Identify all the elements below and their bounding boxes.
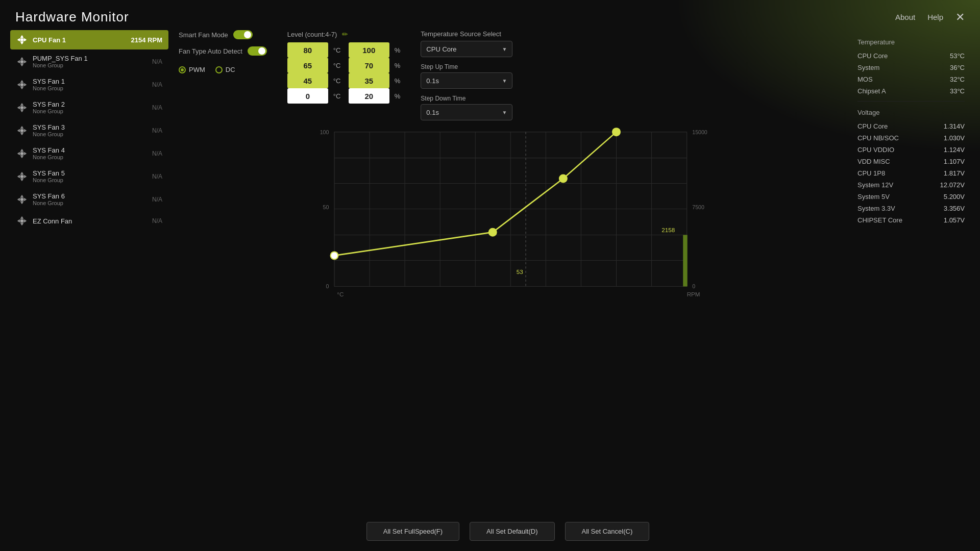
svg-text:53: 53 [517, 268, 523, 275]
smart-fan-mode-group: Smart Fan Mode [179, 30, 267, 39]
sidebar-item-cpu-fan-1[interactable]: CPU Fan 12154 RPM [10, 30, 168, 49]
fan-icon [16, 148, 28, 159]
fan-name: SYS Fan 3 [33, 123, 142, 131]
voltage-name-8: CHIPSET Core [857, 216, 902, 224]
fan-na: N/A [147, 173, 162, 180]
close-button[interactable]: ✕ [955, 12, 965, 23]
temp-source-arrow: ▼ [502, 46, 507, 52]
celsius-label-1: °C [333, 62, 344, 69]
fan-na: N/A [147, 81, 162, 88]
smart-fan-mode-toggle[interactable] [233, 30, 253, 39]
sidebar-item-sys-fan-6[interactable]: SYS Fan 6None GroupN/A [10, 188, 168, 210]
fan-na: N/A [147, 104, 162, 111]
chart-container: 100 50 0 15000 7500 0 53 2158 [179, 127, 837, 514]
fan-type-label: Fan Type Auto Detect [179, 47, 242, 55]
mode-row: PWM DC [179, 66, 267, 73]
temp-name-2: MOS [857, 76, 873, 83]
step-up-arrow: ▼ [502, 78, 507, 84]
divider [857, 101, 965, 102]
fan-sub: None Group [33, 85, 142, 91]
fan-icon [16, 215, 28, 227]
pwm-option[interactable]: PWM [179, 66, 205, 73]
fan-info: EZ Conn Fan [33, 217, 142, 225]
level-row-1: °C% [287, 58, 401, 73]
pct-input-3[interactable] [349, 88, 389, 104]
celsius-label-0: °C [333, 46, 344, 54]
voltage-value-7: 3.356V [944, 205, 965, 212]
level-title: Level (count:4-7) [287, 31, 337, 38]
temp-row-1: System36°C [857, 62, 965, 73]
level-inputs: Level (count:4-7) ✏ °C%°C%°C%°C% [287, 30, 401, 104]
sidebar-item-sys-fan-5[interactable]: SYS Fan 5None GroupN/A [10, 165, 168, 187]
fan-type-group: Fan Type Auto Detect [179, 46, 267, 56]
pct-input-0[interactable] [349, 42, 389, 58]
fan-info: SYS Fan 4None Group [33, 146, 142, 160]
fan-name: SYS Fan 6 [33, 192, 142, 200]
dc-option[interactable]: DC [215, 66, 235, 73]
voltage-row-0: CPU Core1.314V [857, 120, 965, 132]
sidebar: CPU Fan 12154 RPM PUMP_SYS Fan 1None Gro… [10, 30, 168, 551]
help-button[interactable]: Help [927, 13, 943, 21]
full-speed-button[interactable]: All Set FullSpeed(F) [366, 522, 459, 541]
temp-name-3: Chipset A [857, 87, 886, 95]
sidebar-item-pump-sys-fan-1[interactable]: PUMP_SYS Fan 1None GroupN/A [10, 51, 168, 72]
voltage-row-1: CPU NB/SOC1.030V [857, 132, 965, 144]
fan-type-toggle[interactable] [248, 46, 267, 56]
voltage-rows: CPU Core1.314VCPU NB/SOC1.030VCPU VDDIO1… [857, 120, 965, 226]
fan-name: PUMP_SYS Fan 1 [33, 55, 142, 62]
fan-rpm: 2154 RPM [127, 36, 162, 44]
temp-row-0: CPU Core53°C [857, 50, 965, 62]
fan-na: N/A [147, 217, 162, 224]
svg-text:°C: °C [337, 291, 344, 297]
svg-point-7 [20, 198, 23, 201]
header: Hardware Monitor About Help ✕ [0, 0, 980, 30]
fan-name: SYS Fan 4 [33, 146, 142, 154]
temp-source-dropdown[interactable]: CPU Core ▼ [421, 41, 512, 57]
pct-label-0: % [395, 46, 401, 54]
voltage-name-4: CPU 1P8 [857, 169, 885, 177]
fan-sub: None Group [33, 108, 142, 114]
step-up-dropdown[interactable]: 0.1s ▼ [421, 72, 512, 89]
fan-na: N/A [147, 127, 162, 134]
svg-point-8 [20, 219, 23, 222]
svg-point-2 [20, 83, 23, 86]
sidebar-item-sys-fan-3[interactable]: SYS Fan 3None GroupN/A [10, 119, 168, 141]
fan-name: SYS Fan 2 [33, 101, 142, 108]
sidebar-item-sys-fan-1[interactable]: SYS Fan 1None GroupN/A [10, 73, 168, 95]
temp-input-0[interactable] [287, 42, 328, 58]
dc-radio[interactable] [215, 66, 223, 73]
voltage-name-7: System 3.3V [857, 205, 895, 212]
temp-input-2[interactable] [287, 73, 328, 88]
sidebar-item-sys-fan-4[interactable]: SYS Fan 4None GroupN/A [10, 142, 168, 164]
fan-sub: None Group [33, 62, 142, 68]
fan-icon [16, 194, 28, 205]
edit-icon[interactable]: ✏ [342, 30, 348, 38]
sidebar-item-ez-conn-fan[interactable]: EZ Conn FanN/A [10, 211, 168, 231]
temp-value-0: 53°C [950, 52, 965, 60]
fan-na: N/A [147, 150, 162, 157]
temp-input-3[interactable] [287, 88, 328, 104]
about-button[interactable]: About [895, 13, 915, 21]
cancel-button[interactable]: All Set Cancel(C) [565, 522, 650, 541]
voltage-row-8: CHIPSET Core1.057V [857, 214, 965, 226]
temp-input-1[interactable] [287, 58, 328, 73]
pwm-radio[interactable] [179, 66, 186, 73]
pct-input-1[interactable] [349, 58, 389, 73]
svg-text:2158: 2158 [662, 227, 675, 233]
svg-text:7500: 7500 [692, 204, 704, 210]
step-down-value: 0.1s [426, 109, 439, 116]
app-title: Hardware Monitor [15, 9, 129, 25]
fan-name: SYS Fan 1 [33, 78, 142, 85]
level-row-0: °C% [287, 42, 401, 58]
step-down-dropdown[interactable]: 0.1s ▼ [421, 104, 512, 120]
pct-input-2[interactable] [349, 73, 389, 88]
temp-source-value: CPU Core [426, 45, 456, 53]
voltage-value-8: 1.057V [944, 216, 965, 224]
fan-icon [16, 34, 28, 45]
svg-point-4 [20, 129, 23, 132]
temp-name-1: System [857, 64, 879, 71]
default-button[interactable]: All Set Default(D) [470, 522, 554, 541]
sidebar-item-sys-fan-2[interactable]: SYS Fan 2None GroupN/A [10, 96, 168, 118]
temp-value-2: 32°C [950, 76, 965, 83]
svg-text:50: 50 [323, 204, 329, 210]
